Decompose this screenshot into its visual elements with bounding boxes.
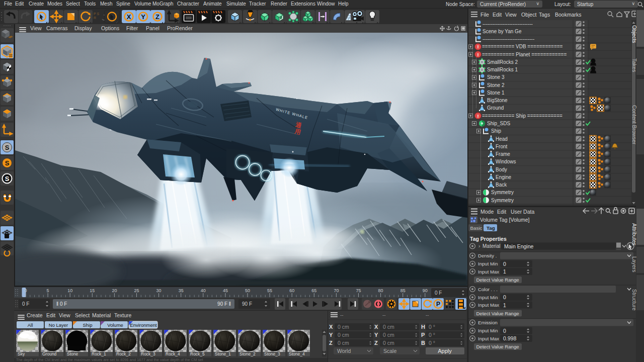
svg-text:0 °: 0 °: [429, 332, 435, 338]
svg-text:All: All: [28, 322, 33, 328]
svg-text:X: X: [374, 324, 378, 330]
svg-text:Engine: Engine: [496, 174, 512, 180]
svg-text:Edit: Edit: [497, 209, 506, 215]
svg-text:Stone_1: Stone_1: [215, 351, 231, 356]
svg-text:90: 90: [423, 288, 428, 293]
svg-text:Input Min: Input Min: [478, 261, 498, 266]
svg-text:Color . . .: Color . . .: [478, 287, 498, 292]
svg-text:S: S: [5, 175, 10, 183]
svg-text:!: !: [477, 52, 478, 57]
svg-text:Rock_2: Rock_2: [116, 351, 131, 356]
svg-text:Ship: Ship: [83, 322, 92, 328]
svg-text:‖ 0 F: ‖ 0 F: [56, 301, 67, 307]
svg-text:Y: Y: [374, 332, 378, 338]
svg-text:Stone_4: Stone_4: [289, 351, 305, 356]
svg-text:Ship: Ship: [491, 128, 501, 134]
svg-text:Stone 1: Stone 1: [487, 90, 505, 96]
svg-text:--: --: [382, 312, 386, 318]
svg-text:BigStone: BigStone: [487, 98, 508, 103]
svg-text:=========== Planet ===========: =========== Planet ============: [482, 52, 567, 57]
svg-text:Volume Tag [Volume]: Volume Tag [Volume]: [480, 217, 530, 223]
svg-text:75: 75: [356, 288, 361, 293]
svg-text:0 cm: 0 cm: [338, 340, 349, 346]
svg-text:Input Max: Input Max: [478, 336, 499, 341]
svg-text:1: 1: [503, 268, 506, 275]
svg-text:Rock_1: Rock_1: [92, 351, 106, 356]
svg-text:40: 40: [201, 288, 206, 293]
svg-text:Rock_4: Rock_4: [166, 351, 180, 356]
svg-text:Rock_5: Rock_5: [190, 351, 205, 356]
svg-text:70: 70: [334, 288, 339, 293]
svg-text:Symmetry: Symmetry: [491, 190, 514, 195]
svg-text:Mode: Mode: [480, 209, 494, 215]
svg-text:15: 15: [90, 288, 95, 293]
svg-text:Bookmarks: Bookmarks: [555, 12, 582, 18]
svg-text:Emission: Emission: [478, 320, 498, 325]
svg-text:Tag: Tag: [487, 225, 495, 231]
svg-text:90 F ‖: 90 F ‖: [217, 301, 231, 307]
svg-text:User Data: User Data: [511, 209, 534, 215]
svg-text:0.998: 0.998: [503, 335, 516, 341]
svg-text:B: B: [421, 340, 425, 346]
svg-text:Rock_3: Rock_3: [141, 351, 155, 356]
svg-text:P S: P S: [94, 12, 99, 16]
svg-text:0 cm: 0 cm: [383, 340, 394, 346]
svg-text:File: File: [480, 12, 489, 18]
svg-text:------------------------------: ------------------------------: [482, 21, 533, 27]
svg-text:0 F: 0 F: [22, 301, 29, 307]
svg-text:Front: Front: [496, 144, 508, 149]
svg-text:0: 0: [503, 328, 506, 334]
svg-text:H: H: [421, 324, 425, 330]
svg-text:Head: Head: [496, 136, 508, 142]
svg-text:Frame: Frame: [496, 151, 510, 157]
svg-text:90 F: 90 F: [242, 301, 252, 307]
svg-text:55: 55: [267, 288, 272, 293]
svg-text:--: --: [426, 312, 429, 318]
svg-text:View: View: [505, 12, 517, 18]
svg-text:S: S: [5, 144, 10, 151]
svg-text:0 cm: 0 cm: [383, 332, 394, 338]
svg-text:0: 0: [24, 288, 27, 293]
svg-text:80: 80: [378, 288, 383, 293]
svg-text:R: R: [94, 16, 96, 20]
svg-text:0 cm: 0 cm: [338, 332, 349, 338]
svg-text:Tags: Tags: [539, 12, 550, 18]
svg-text:Sky: Sky: [18, 351, 25, 356]
svg-text:Edit: Edit: [493, 12, 502, 18]
svg-text:Scene by Yan Ge: Scene by Yan Ge: [482, 29, 522, 34]
svg-text:=========== Ship ============: =========== Ship ============: [482, 113, 562, 119]
svg-text:S: S: [5, 159, 10, 167]
svg-text:Basic: Basic: [470, 225, 482, 231]
svg-text:45: 45: [223, 288, 228, 293]
svg-text:Detect Value Range: Detect Value Range: [476, 277, 519, 283]
svg-text:No Layer: No Layer: [49, 322, 68, 328]
svg-text:Detect Value Range: Detect Value Range: [476, 311, 519, 316]
svg-text:X: X: [127, 13, 131, 21]
svg-text:0 cm: 0 cm: [383, 324, 394, 330]
svg-text:Volume: Volume: [107, 322, 123, 328]
svg-text:0: 0: [503, 294, 506, 300]
svg-text:0 °: 0 °: [429, 340, 435, 346]
svg-text:Ground: Ground: [487, 105, 504, 111]
svg-text:Input Min: Input Min: [478, 295, 498, 300]
svg-text:60: 60: [289, 288, 294, 293]
svg-text:P: P: [421, 332, 425, 338]
svg-text:--: --: [340, 312, 344, 318]
svg-text:1: 1: [503, 302, 506, 308]
svg-text:Stone 2: Stone 2: [487, 82, 505, 88]
svg-text:Tag Properties: Tag Properties: [470, 236, 507, 242]
svg-text:Stone_3: Stone_3: [264, 351, 280, 356]
svg-text:Z: Z: [374, 340, 378, 346]
svg-text:0 °: 0 °: [429, 324, 435, 330]
svg-text:Z: Z: [329, 340, 333, 346]
svg-text:25: 25: [134, 288, 139, 293]
svg-text:Ship_SDS: Ship_SDS: [487, 121, 510, 126]
svg-text:65: 65: [311, 288, 316, 293]
svg-text:30: 30: [156, 288, 162, 293]
svg-text:›: ›: [478, 243, 480, 249]
svg-text:------------------------------: -------------------------------: [482, 36, 534, 42]
svg-text:50: 50: [245, 288, 250, 293]
svg-text:SmallRocks 2: SmallRocks 2: [487, 59, 518, 65]
svg-text:Input Max: Input Max: [478, 302, 499, 308]
svg-text:Material: Material: [482, 243, 501, 249]
